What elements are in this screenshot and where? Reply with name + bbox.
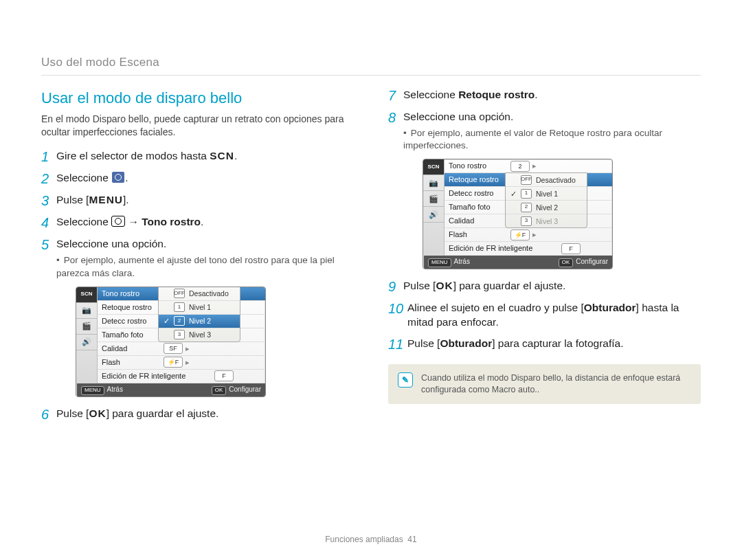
lcd-row-flash[interactable]: Flash⚡F▸ bbox=[445, 228, 612, 242]
flash-value-icon: ⚡F bbox=[164, 357, 183, 368]
arrow: → bbox=[128, 216, 139, 227]
lcd-option-popup: OFFDesactivado ✓1Nivel 1 2Nivel 2 3Nivel… bbox=[505, 172, 587, 228]
step-text: Gire el selector de modos hasta bbox=[56, 150, 210, 161]
obturador-label: Obturador bbox=[584, 302, 636, 313]
lcd-row-label: Edición de FR inteligente bbox=[449, 243, 559, 254]
obturador-label: Obturador bbox=[440, 337, 492, 349]
step-text: Pulse [ bbox=[407, 337, 440, 349]
lcd-row-label: Flash bbox=[102, 357, 161, 368]
scn-icon: SCN bbox=[210, 150, 234, 161]
lcd-row-calidad[interactable]: CalidadSF▸ bbox=[98, 342, 265, 356]
lcd-tab-scn[interactable]: SCN bbox=[76, 287, 97, 303]
lcd-tab-camera[interactable]: 📷 bbox=[76, 303, 97, 319]
ok-button-icon: OK bbox=[89, 407, 106, 419]
intro-text: En el modo Disparo bello, puede capturar… bbox=[41, 113, 354, 139]
lcd-option-nivel1[interactable]: ✓1Nivel 1 bbox=[506, 187, 587, 201]
off-icon: OFF bbox=[521, 175, 532, 185]
lcd-option-off[interactable]: OFFDesactivado bbox=[506, 173, 587, 187]
breadcrumb: Uso del modo Escena bbox=[41, 55, 701, 76]
step-text: Seleccione bbox=[403, 89, 458, 100]
lcd-option-nivel3[interactable]: 3Nivel 3 bbox=[506, 214, 587, 227]
step-number: 5 bbox=[41, 237, 56, 252]
info-note: ✎ Cuando utiliza el modo Disparo bello, … bbox=[388, 364, 701, 404]
level-icon: 1 bbox=[174, 302, 185, 312]
lcd-option-label: Nivel 2 bbox=[536, 203, 558, 212]
lcd-row-retoque[interactable]: Retoque rostro OFFDesactivado ✓1Nivel 1 … bbox=[445, 173, 612, 187]
lcd-footer: MENUAtrás OKConfigurar bbox=[424, 256, 612, 269]
lcd-option-label: Nivel 1 bbox=[536, 189, 558, 199]
lcd-tab-sound[interactable]: 🔊 bbox=[76, 335, 97, 350]
step-6: 6 Pulse [OK] para guardar el ajuste. bbox=[41, 407, 354, 422]
step-text: Seleccione bbox=[56, 216, 111, 227]
retoque-rostro-label: Retoque rostro bbox=[458, 89, 535, 100]
lcd-set-label: Configurar bbox=[229, 385, 261, 393]
lcd-set-label: Configurar bbox=[576, 258, 608, 265]
step-number: 9 bbox=[388, 279, 403, 294]
lcd-option-label: Desactivado bbox=[189, 289, 229, 298]
lcd-row-tono-rostro[interactable]: Tono rostro2▸ bbox=[445, 159, 612, 173]
step-text: Seleccione una opción. bbox=[56, 238, 166, 249]
lcd-row-flash[interactable]: Flash⚡F▸ bbox=[98, 356, 265, 370]
step-1: 1 Gire el selector de modos hasta SCN. bbox=[41, 149, 354, 164]
lcd-back-label: Atrás bbox=[107, 385, 123, 393]
lcd-row-label: Tono rostro bbox=[449, 161, 508, 171]
lcd-option-nivel2[interactable]: 2Nivel 2 bbox=[506, 201, 587, 214]
lcd-tabs: SCN 📷 🎬 🔊 bbox=[423, 159, 445, 269]
beauty-shot-icon bbox=[111, 171, 125, 183]
step-text-end: . bbox=[201, 216, 203, 227]
efr-value-icon: F bbox=[214, 370, 234, 381]
lcd-row-label: Calidad bbox=[449, 216, 508, 226]
step-text-end: . bbox=[125, 172, 128, 183]
step-number: 2 bbox=[41, 171, 56, 186]
lcd-tab-scn[interactable]: SCN bbox=[423, 159, 444, 175]
bullet-icon: • bbox=[56, 255, 60, 265]
lcd-row-label: Detecc rostro bbox=[449, 188, 508, 199]
step-text-end: ] para guardar el ajuste. bbox=[106, 407, 219, 419]
step-number: 4 bbox=[41, 215, 56, 230]
lcd-tab-sound[interactable]: 🔊 bbox=[423, 207, 444, 223]
step-number: 6 bbox=[41, 407, 56, 422]
lcd-row-label: Retoque rostro bbox=[102, 302, 161, 313]
step-text-end: . bbox=[234, 150, 237, 161]
lcd-row-label: Detecc rostro bbox=[102, 316, 161, 326]
lcd-tab-video[interactable]: 🎬 bbox=[423, 191, 444, 207]
lcd-option-nivel3[interactable]: 3Nivel 3 bbox=[159, 328, 240, 341]
level-icon: 2 bbox=[174, 316, 185, 326]
right-column: 7 Seleccione Retoque rostro. 8 Seleccion… bbox=[388, 88, 701, 429]
lcd-option-label: Desactivado bbox=[536, 175, 576, 185]
menu-button-icon: MENU bbox=[89, 194, 123, 205]
lcd-row-efr[interactable]: Edición de FR inteligenteF bbox=[445, 242, 612, 256]
lcd-row-label: Tamaño foto bbox=[102, 330, 161, 340]
lcd-footer: MENUAtrás OKConfigurar bbox=[77, 383, 265, 396]
step-text-end: ]. bbox=[123, 194, 129, 205]
lcd-row-label: Retoque rostro bbox=[449, 175, 508, 185]
face-tone-value-icon: 2 bbox=[510, 161, 530, 172]
left-column: Usar el modo de disparo bello En el modo… bbox=[41, 88, 354, 429]
lcd-option-nivel1[interactable]: 1Nivel 1 bbox=[159, 301, 240, 315]
step-number: 3 bbox=[41, 193, 56, 208]
menu-key-icon: MENU bbox=[428, 258, 451, 267]
level-icon: 2 bbox=[521, 203, 532, 212]
lcd-row-label: Calidad bbox=[102, 344, 161, 354]
lcd-row-tono-rostro[interactable]: Tono rostro OFFDesactivado 1Nivel 1 ✓2Ni… bbox=[98, 287, 265, 301]
lcd-row-label: Flash bbox=[449, 229, 508, 240]
lcd-row-label: Tamaño foto bbox=[449, 202, 508, 212]
step-text-end: . bbox=[535, 89, 537, 100]
lcd-tab-camera[interactable]: 📷 bbox=[423, 175, 444, 191]
step-text: Pulse [ bbox=[56, 407, 89, 419]
step-2: 2 Seleccione . bbox=[41, 171, 354, 186]
lcd-row-efr[interactable]: Edición de FR inteligenteF bbox=[98, 370, 265, 383]
step-number: 11 bbox=[388, 337, 407, 352]
lcd-option-nivel2[interactable]: ✓2Nivel 2 bbox=[159, 315, 240, 328]
step-text: Pulse [ bbox=[403, 280, 436, 291]
step-8: 8 Seleccione una opción. •Por ejemplo, a… bbox=[388, 110, 701, 152]
step-text-end: ] para capturar la fotografía. bbox=[492, 337, 623, 349]
lcd-row-label: Tono rostro bbox=[102, 289, 161, 299]
lcd-option-off[interactable]: OFFDesactivado bbox=[159, 287, 240, 301]
ok-button-icon: OK bbox=[436, 280, 453, 291]
lcd-option-label: Nivel 3 bbox=[536, 216, 558, 226]
step-text: Pulse [ bbox=[56, 194, 89, 205]
lcd-back-label: Atrás bbox=[454, 258, 470, 265]
lcd-tab-video[interactable]: 🎬 bbox=[76, 319, 97, 335]
step-number: 10 bbox=[388, 301, 407, 316]
